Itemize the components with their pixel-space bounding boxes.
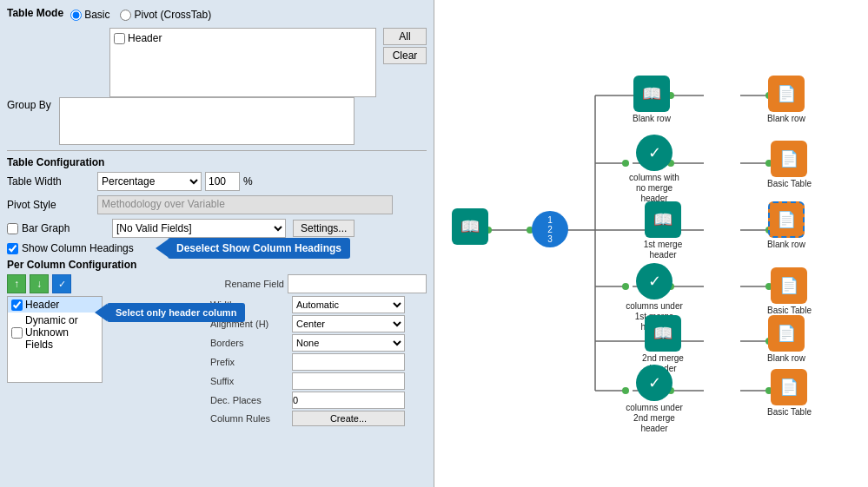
node-blank4-icon: 📄 bbox=[768, 315, 805, 352]
node-blank1-label: Blank row bbox=[633, 114, 671, 124]
node-blank2-icon: 📄 bbox=[768, 76, 805, 112]
show-column-headings-label: Show Column Headings bbox=[22, 242, 134, 254]
check-btn[interactable]: ✓ bbox=[52, 274, 71, 293]
radio-pivot[interactable] bbox=[120, 10, 131, 21]
dynamic-col-checkbox[interactable] bbox=[11, 327, 23, 339]
all-button[interactable]: All bbox=[383, 28, 427, 45]
table-mode-row: Table Mode Basic Pivot (CrossTab) bbox=[7, 7, 427, 23]
settings-button[interactable]: Settings... bbox=[293, 220, 354, 237]
node-1st-merge-icon: 📖 bbox=[645, 201, 681, 238]
borders-label: Borders bbox=[210, 338, 288, 348]
header-checkbox-label: Header bbox=[128, 32, 162, 44]
col-list-container: Header Dynamic or Unknown Fields Select … bbox=[7, 296, 103, 426]
radio-basic-label[interactable]: Basic bbox=[70, 9, 109, 21]
bar-graph-checkbox[interactable] bbox=[7, 223, 18, 234]
deselect-tooltip: Deselect Show Column Headings bbox=[168, 238, 350, 259]
header-list-row: Header All Clear bbox=[7, 28, 427, 99]
node-blank4-label: Blank row bbox=[767, 353, 805, 364]
node-cols-1st-icon: ✓ bbox=[636, 263, 673, 299]
node-basic1-icon: 📄 bbox=[771, 141, 807, 177]
group-by-list[interactable] bbox=[59, 97, 354, 145]
node-cols-2nd-label: columns under 2nd merge header bbox=[624, 403, 685, 434]
node-blank1[interactable]: 📖 Blank row bbox=[633, 76, 671, 124]
header-list[interactable]: Header bbox=[109, 28, 376, 97]
show-column-headings-row: Show Column Headings Deselect Show Colum… bbox=[7, 242, 427, 254]
radio-pivot-label[interactable]: Pivot (CrossTab) bbox=[120, 9, 211, 21]
table-mode-label: Table Mode bbox=[7, 7, 63, 19]
node-numbers-icon: 123 bbox=[532, 211, 568, 247]
dec-places-label: Dec. Places bbox=[210, 395, 288, 405]
align-h-select[interactable]: Center bbox=[292, 315, 405, 332]
prefix-input[interactable] bbox=[292, 353, 405, 371]
node-1st-merge[interactable]: 📖 1st merge header bbox=[633, 201, 693, 260]
node-basic2[interactable]: 📄 Basic Table bbox=[767, 267, 812, 316]
per-col-title: Per Column Configuration bbox=[7, 259, 427, 271]
node-basic3[interactable]: 📄 Basic Table bbox=[767, 369, 812, 418]
radio-basic[interactable] bbox=[70, 10, 82, 21]
node-basic3-icon: 📄 bbox=[771, 369, 807, 405]
rename-field-input[interactable] bbox=[288, 274, 427, 293]
per-col-section: Per Column Configuration ↑ ↓ ✓ Rename Fi… bbox=[7, 259, 427, 426]
table-width-number[interactable] bbox=[205, 172, 240, 191]
table-width-label: Table Width bbox=[7, 175, 94, 188]
toolbar-row: ↑ ↓ ✓ Rename Field bbox=[7, 274, 427, 293]
borders-select[interactable]: None bbox=[292, 334, 405, 352]
bar-graph-row: Bar Graph [No Valid Fields] Settings... bbox=[7, 219, 427, 238]
header-checkbox[interactable] bbox=[114, 33, 125, 44]
node-no-merge-icon: ✓ bbox=[636, 135, 673, 171]
column-rules-label: Column Rules bbox=[210, 413, 288, 424]
table-width-row: Table Width Percentage % bbox=[7, 172, 427, 191]
pivot-style-field: Methodology over Variable bbox=[97, 195, 393, 214]
rename-field-label: Rename Field bbox=[225, 279, 284, 289]
node-cols-2nd[interactable]: ✓ columns under 2nd merge header bbox=[624, 365, 685, 434]
pivot-style-label: Pivot Style bbox=[7, 199, 94, 211]
node-main-book-icon: 📖 bbox=[452, 208, 488, 245]
node-1st-merge-label: 1st merge header bbox=[633, 240, 693, 260]
node-no-merge[interactable]: ✓ columns with no merge header bbox=[624, 135, 685, 204]
node-basic1[interactable]: 📄 Basic Table bbox=[767, 141, 812, 189]
suffix-input[interactable] bbox=[292, 372, 405, 390]
node-blank3-label: Blank row bbox=[767, 240, 805, 250]
header-col-checkbox[interactable] bbox=[11, 299, 23, 311]
down-btn[interactable]: ↓ bbox=[30, 274, 49, 293]
node-blank2[interactable]: 📄 Blank row bbox=[767, 76, 805, 124]
node-blank2-label: Blank row bbox=[767, 114, 805, 124]
col-list[interactable]: Header Dynamic or Unknown Fields bbox=[7, 296, 103, 383]
node-cols-2nd-icon: ✓ bbox=[636, 365, 673, 401]
node-numbers[interactable]: 123 bbox=[532, 211, 568, 247]
up-btn[interactable]: ↑ bbox=[7, 274, 26, 293]
node-main-book[interactable]: 📖 bbox=[452, 208, 488, 245]
bar-graph-select[interactable]: [No Valid Fields] bbox=[112, 219, 286, 238]
pivot-style-row: Pivot Style Methodology over Variable bbox=[7, 195, 427, 214]
percent-label: % bbox=[243, 175, 253, 188]
right-panel: 📖 123 📖 Blank row 📄 Blank row ✓ columns … bbox=[434, 0, 868, 487]
col-list-item-dynamic[interactable]: Dynamic or Unknown Fields bbox=[8, 313, 102, 352]
node-blank4[interactable]: 📄 Blank row bbox=[767, 315, 805, 364]
table-width-select[interactable]: Percentage bbox=[97, 172, 202, 191]
node-2nd-merge-icon: 📖 bbox=[645, 315, 681, 352]
left-panel: Table Mode Basic Pivot (CrossTab) Header… bbox=[0, 0, 434, 487]
node-no-merge-label: columns with no merge header bbox=[624, 173, 685, 204]
bar-graph-label: Bar Graph bbox=[22, 222, 109, 234]
table-config-title: Table Configuration bbox=[7, 156, 427, 168]
node-blank1-icon: 📖 bbox=[633, 76, 670, 112]
create-button[interactable]: Create... bbox=[292, 411, 405, 426]
node-basic1-label: Basic Table bbox=[767, 179, 812, 189]
col-list-item-header[interactable]: Header bbox=[8, 297, 102, 313]
clear-button[interactable]: Clear bbox=[383, 47, 427, 64]
col-config-area: Header Dynamic or Unknown Fields Select … bbox=[7, 296, 427, 426]
node-blank3-icon: 📄 bbox=[768, 201, 805, 238]
node-basic3-label: Basic Table bbox=[767, 407, 812, 418]
select-header-tooltip: Select only header column bbox=[107, 303, 245, 322]
table-mode-radio-group: Basic Pivot (CrossTab) bbox=[70, 9, 211, 21]
divider1 bbox=[7, 150, 427, 151]
group-by-row: Group By bbox=[7, 97, 427, 145]
dec-places-input[interactable] bbox=[292, 392, 405, 409]
width-select[interactable]: Automatic bbox=[292, 296, 405, 313]
node-basic2-icon: 📄 bbox=[771, 267, 807, 304]
node-blank3[interactable]: 📄 Blank row bbox=[767, 201, 805, 250]
show-column-headings-checkbox[interactable] bbox=[7, 243, 18, 254]
side-buttons: All Clear bbox=[383, 28, 427, 64]
prefix-label: Prefix bbox=[210, 357, 288, 367]
suffix-label: Suffix bbox=[210, 376, 288, 386]
